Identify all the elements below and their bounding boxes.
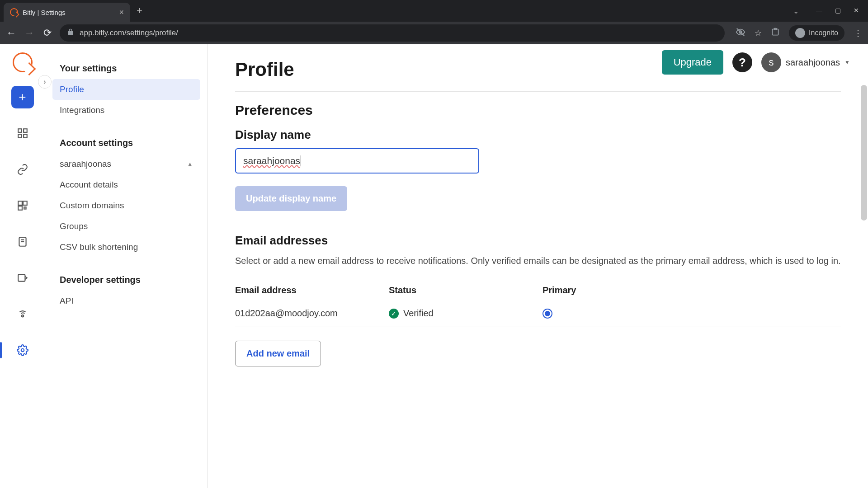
svg-rect-7: [24, 134, 27, 138]
display-name-label: Display name: [235, 128, 841, 142]
primary-cell: [542, 309, 841, 319]
sidebar-account-name: saraahjoonas: [60, 159, 111, 169]
bitly-logo-icon[interactable]: [13, 52, 33, 72]
forward-button: →: [24, 27, 35, 39]
col-header-email: Email address: [235, 285, 389, 296]
tab-title: Bitly | Settings: [23, 9, 66, 16]
new-tab-button[interactable]: +: [137, 5, 142, 17]
rail-link-in-bio-icon[interactable]: [11, 303, 34, 325]
create-button[interactable]: +: [11, 86, 34, 108]
help-button[interactable]: ?: [732, 52, 752, 72]
scrollbar-thumb[interactable]: [861, 85, 867, 221]
svg-rect-6: [18, 134, 22, 138]
primary-radio[interactable]: [542, 309, 552, 319]
status-cell: ✓ Verified: [389, 308, 542, 319]
svg-rect-15: [18, 274, 25, 281]
lock-icon: [67, 28, 74, 38]
radio-dot-icon: [545, 311, 550, 316]
incognito-label: Incognito: [809, 29, 838, 37]
incognito-badge: Incognito: [789, 25, 844, 41]
browser-tab[interactable]: Bitly | Settings ×: [4, 3, 130, 22]
bookmark-star-icon[interactable]: ☆: [755, 28, 762, 38]
bitly-favicon-icon: [10, 8, 18, 16]
email-table-header: Email address Status Primary: [235, 281, 841, 300]
back-button[interactable]: ←: [5, 27, 17, 39]
window-minimize-icon[interactable]: —: [816, 7, 822, 15]
email-addresses-heading: Email addresses: [235, 234, 841, 248]
address-bar-icons: ☆ Incognito ⋮: [736, 25, 863, 41]
display-name-input[interactable]: saraahjoonas: [235, 148, 479, 174]
svg-rect-10: [18, 206, 22, 210]
window-controls: ⌄ — ▢ ✕: [793, 7, 868, 15]
update-display-name-button: Update display name: [235, 186, 347, 211]
eye-off-icon[interactable]: [736, 27, 745, 39]
main-content: Profile Preferences Display name saraahj…: [208, 44, 868, 488]
tab-close-icon[interactable]: ×: [119, 8, 124, 17]
sidebar-item-custom-domains[interactable]: Custom domains: [52, 195, 200, 216]
svg-rect-11: [24, 207, 26, 209]
app-topbar: Upgrade ? s saraahjoonas ▼: [662, 44, 868, 80]
rail-expand-button[interactable]: ›: [38, 75, 52, 89]
tab-search-icon[interactable]: ⌄: [793, 7, 799, 15]
account-settings-heading: Account settings: [52, 132, 200, 154]
rail-links-icon[interactable]: [11, 158, 34, 181]
user-menu[interactable]: s saraahjoonas ▼: [761, 52, 850, 72]
tab-strip: Bitly | Settings × + ⌄ — ▢ ✕: [0, 0, 868, 22]
reload-button[interactable]: ⟳: [42, 27, 53, 39]
display-name-value: saraahjoonas: [243, 155, 300, 166]
sidebar-item-integrations[interactable]: Integrations: [52, 100, 200, 121]
rail-qr-icon[interactable]: [11, 194, 34, 217]
svg-rect-4: [18, 129, 22, 132]
email-description: Select or add a new email address to rec…: [235, 254, 841, 268]
sidebar-account-dropdown[interactable]: saraahjoonas ▲: [52, 154, 200, 174]
browser-chrome: Bitly | Settings × + ⌄ — ▢ ✕ ← → ⟳ app.b…: [0, 0, 868, 44]
incognito-icon: [795, 28, 805, 38]
window-close-icon[interactable]: ✕: [854, 7, 859, 15]
chevron-down-icon: ▼: [844, 59, 850, 66]
sidebar-item-csv-bulk[interactable]: CSV bulk shortening: [52, 237, 200, 258]
preferences-heading: Preferences: [235, 103, 841, 118]
email-cell: 01d202aa@moodjoy.com: [235, 308, 389, 319]
sidebar-item-account-details[interactable]: Account details: [52, 174, 200, 195]
chevron-up-icon: ▲: [187, 160, 193, 168]
extensions-icon[interactable]: [771, 28, 780, 39]
text-cursor-icon: [301, 155, 301, 166]
address-row: ← → ⟳ app.bitly.com/settings/profile/ ☆ …: [0, 22, 868, 44]
sidebar-item-profile[interactable]: Profile: [52, 79, 200, 100]
url-text: app.bitly.com/settings/profile/: [80, 28, 178, 38]
add-new-email-button[interactable]: Add new email: [235, 341, 321, 366]
icon-rail: › +: [0, 44, 45, 488]
rail-custom-links-icon[interactable]: [11, 267, 34, 289]
upgrade-button[interactable]: Upgrade: [662, 50, 723, 75]
svg-rect-8: [18, 201, 22, 205]
svg-rect-5: [24, 129, 27, 132]
rail-home-icon[interactable]: [11, 122, 34, 145]
avatar: s: [761, 52, 781, 72]
email-table: Email address Status Primary 01d202aa@mo…: [235, 281, 841, 327]
divider: [235, 91, 841, 92]
table-divider: [235, 327, 841, 327]
sidebar-item-groups[interactable]: Groups: [52, 216, 200, 237]
window-maximize-icon[interactable]: ▢: [835, 7, 841, 15]
browser-menu-icon[interactable]: ⋮: [854, 28, 863, 38]
status-text: Verified: [403, 308, 434, 319]
rail-settings-icon[interactable]: [11, 339, 34, 361]
svg-point-17: [21, 349, 24, 352]
username-label: saraahjoonas: [786, 57, 840, 68]
sidebar-item-api[interactable]: API: [52, 291, 200, 311]
col-header-primary: Primary: [542, 285, 841, 296]
app-root: Upgrade ? s saraahjoonas ▼ › +: [0, 44, 868, 488]
svg-point-16: [21, 315, 23, 317]
verified-check-icon: ✓: [389, 309, 399, 319]
svg-rect-9: [23, 201, 27, 205]
col-header-status: Status: [389, 285, 542, 296]
address-bar[interactable]: app.bitly.com/settings/profile/: [60, 24, 725, 42]
settings-sidebar: Your settings Profile Integrations Accou…: [45, 44, 208, 488]
rail-campaigns-icon[interactable]: [11, 230, 34, 253]
developer-settings-heading: Developer settings: [52, 269, 200, 291]
your-settings-heading: Your settings: [52, 58, 200, 79]
email-table-row: 01d202aa@moodjoy.com ✓ Verified: [235, 300, 841, 327]
